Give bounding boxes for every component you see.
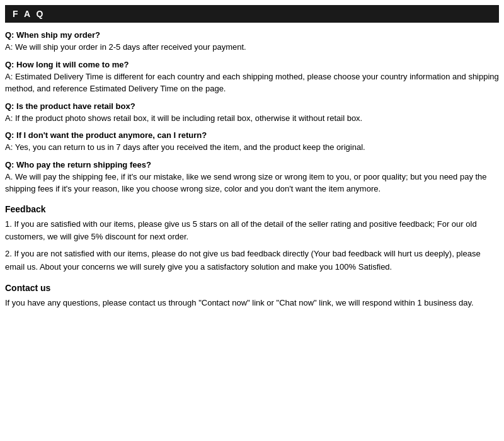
contact-text: If you have any questions, please contac… xyxy=(5,297,499,310)
faq-answer-1: A: We will ship your order in 2-5 days a… xyxy=(5,41,499,54)
contact-title: Contact us xyxy=(5,283,499,293)
faq-answer-2: A: Estimated Delivery Time is different … xyxy=(5,71,499,95)
feedback-section: Feedback 1. If you are satisfied with ou… xyxy=(5,204,499,274)
faq-item-3: Q: Is the product have retail box? A: If… xyxy=(5,101,499,125)
faq-item-5: Q: Who pay the return shipping fees? A. … xyxy=(5,160,499,195)
faq-header: F A Q xyxy=(5,5,499,23)
faq-item-2: Q: How long it will come to me? A: Estim… xyxy=(5,60,499,95)
faq-question-5: Q: Who pay the return shipping fees? xyxy=(5,160,499,169)
faq-section: Q: When ship my order? A: We will ship y… xyxy=(5,30,499,195)
faq-question-3: Q: Is the product have retail box? xyxy=(5,101,499,111)
faq-item-4: Q: If I don't want the product anymore, … xyxy=(5,130,499,154)
faq-answer-3: A: If the product photo shows retail box… xyxy=(5,112,499,125)
feedback-point-1: 1. If you are satisfied with our items, … xyxy=(5,218,499,244)
faq-question-2: Q: How long it will come to me? xyxy=(5,60,499,69)
faq-answer-4: A: Yes, you can return to us in 7 days a… xyxy=(5,141,499,154)
faq-question-4: Q: If I don't want the product anymore, … xyxy=(5,130,499,140)
faq-item-1: Q: When ship my order? A: We will ship y… xyxy=(5,30,499,54)
contact-section: Contact us If you have any questions, pl… xyxy=(5,283,499,310)
feedback-point-2: 2. If you are not satisfied with our ite… xyxy=(5,248,499,274)
faq-question-1: Q: When ship my order? xyxy=(5,30,499,40)
faq-title: F A Q xyxy=(13,9,45,19)
feedback-title: Feedback xyxy=(5,204,499,214)
faq-answer-5: A. We will pay the shipping fee, if it's… xyxy=(5,171,499,195)
page-wrapper: F A Q Q: When ship my order? A: We will … xyxy=(0,0,504,318)
